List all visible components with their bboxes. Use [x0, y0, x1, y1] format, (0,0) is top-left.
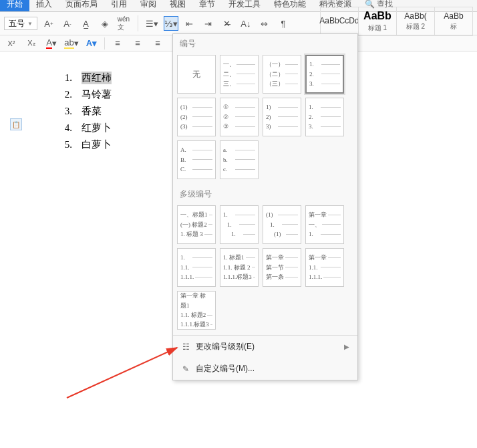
align-left-button[interactable]: ≡ [110, 36, 125, 51]
numbering-button[interactable]: ⅓▾ [164, 16, 178, 31]
style-preview: AaBbCcDd [319, 16, 359, 25]
svg-line-0 [67, 348, 177, 398]
style-heading1[interactable]: AaBb标题 1 [358, 7, 397, 36]
font-color-button[interactable]: A▾ [44, 36, 59, 51]
list-number: 3. [53, 106, 72, 117]
style-label: 标 [450, 22, 457, 31]
increase-indent-button[interactable]: ⇥ [201, 16, 216, 31]
style-label: 标题 1 [368, 23, 387, 33]
tab-insert[interactable]: 插入 [29, 0, 59, 11]
align-right-button[interactable]: ≡ [150, 36, 165, 51]
tab-dev[interactable]: 开发工具 [222, 0, 267, 11]
tab-start[interactable]: 开始 [0, 0, 29, 11]
list-text: 白萝卜 [82, 138, 112, 151]
highlight-button[interactable]: ab▾ [64, 36, 79, 51]
list-number: 5. [53, 139, 72, 150]
numbering-grid: 无一、二、三、（一）（二）（三）1.2.3.(1)(2)(3)①②③1)2)3)… [173, 52, 357, 185]
style-preview: AaBb [444, 11, 463, 21]
numbering-option[interactable]: A.B.C. [177, 140, 216, 179]
tab-layout[interactable]: 页面布局 [59, 0, 104, 11]
numbering-option[interactable]: ①②③ [220, 98, 259, 136]
superscript-button[interactable]: X² [4, 36, 19, 51]
tab-chapter[interactable]: 章节 [192, 0, 222, 11]
chevron-right-icon: ▶ [344, 343, 349, 350]
dropdown-footer: ☷ 更改编号级别(E) ▶ ✎ 自定义编号(M)... [173, 335, 357, 380]
phonetic-guide-button[interactable]: wén文 [116, 16, 131, 31]
numbering-dropdown: 编号 无一、二、三、（一）（二）（三）1.2.3.(1)(2)(3)①②③1)2… [172, 33, 358, 380]
ribbon-toolbar: 五号 ▼ A+ A- A̲ ◈ wén文 ☰▾ ⅓▾ ⇤ ⇥ ✕̶ A↓ ⇔ ¶… [0, 12, 477, 35]
custom-numbering-label: 自定义编号(M)... [196, 363, 255, 374]
numbering-option[interactable]: （一）（二）（三） [263, 55, 301, 94]
numbering-option[interactable]: 第一章1.1.1.1.1. [305, 248, 344, 287]
list-number: 2. [53, 89, 72, 100]
separator [138, 15, 138, 31]
list-number: 4. [53, 122, 72, 134]
numbering-option[interactable]: 1.1.1.1.1.1. [177, 248, 216, 287]
subscript-button[interactable]: X₂ [24, 36, 39, 51]
list-number: 1. [53, 72, 72, 84]
numbering-option[interactable]: (1)(2)(3) [177, 98, 216, 136]
numbering-option[interactable]: 1.2.3. [305, 55, 344, 94]
list-text: 香菜 [82, 105, 102, 118]
chevron-down-icon: ▼ [27, 21, 33, 27]
clear-format-button[interactable]: ◈ [98, 16, 112, 31]
font-size-select[interactable]: 五号 ▼ [4, 17, 37, 30]
change-level-label: 更改编号级别(E) [196, 341, 255, 352]
style-heading3[interactable]: AaBb标 [434, 7, 473, 36]
tab-review[interactable]: 审阅 [134, 0, 163, 11]
numbering-option[interactable]: 第一章一、1. [305, 205, 344, 244]
tab-reference[interactable]: 引用 [104, 0, 134, 11]
numbering-option[interactable]: 无 [177, 55, 216, 94]
style-preview: AaBb( [404, 11, 426, 21]
decrease-font-button[interactable]: A- [60, 16, 75, 31]
numbering-option[interactable]: 1)2)3) [263, 98, 301, 136]
list-text: 西红柿 [82, 72, 112, 84]
change-level-item[interactable]: ☷ 更改编号级别(E) ▶ [173, 336, 357, 358]
list-text: 马铃薯 [82, 88, 112, 101]
multilevel-section-title: 多级编号 [173, 185, 357, 203]
pencil-icon: ✎ [181, 364, 190, 374]
text-effects-button[interactable]: A▾ [84, 36, 99, 51]
separator [104, 37, 105, 49]
tab-view[interactable]: 视图 [163, 0, 192, 11]
style-normal[interactable]: AaBbCcDd [320, 7, 359, 36]
increase-font-button[interactable]: A+ [41, 16, 56, 31]
numbering-option[interactable]: a.b.c. [220, 140, 259, 179]
paragraph-marks-button[interactable]: ¶ [276, 16, 291, 31]
numbering-section-title: 编号 [173, 34, 357, 52]
numbering-option[interactable]: 1.2.3. [305, 98, 344, 136]
numbering-option[interactable]: 1.1.1. [220, 205, 259, 244]
numbering-option[interactable]: 一、标题1(一) 标题21. 标题 3 [177, 205, 216, 244]
compare-button[interactable]: ✕̶ [220, 16, 234, 31]
paste-options-icon[interactable]: 📋 [10, 118, 22, 130]
custom-numbering-item[interactable]: ✎ 自定义编号(M)... [173, 358, 357, 380]
numbering-option[interactable]: 1. 标题11.1. 标题 21.1.1.标题3 [220, 248, 259, 287]
style-label: 标题 2 [406, 22, 425, 31]
styles-gallery: AaBbCcDd AaBb标题 1 AaBb(标题 2 AaBb标 [321, 11, 473, 36]
change-case-button[interactable]: A̲ [79, 16, 94, 31]
style-preview: AaBb [363, 10, 391, 22]
numbering-option[interactable]: (1)1.(1) [263, 205, 301, 244]
multilevel-grid: 一、标题1(一) 标题21. 标题 31.1.1.(1)1.(1)第一章一、1.… [173, 203, 357, 335]
change-level-icon: ☷ [181, 342, 190, 352]
font-size-label: 五号 [9, 18, 25, 29]
numbering-option[interactable]: 第一章 标题11.1. 标题21.1.1.标题3 [177, 291, 216, 330]
tab-special[interactable]: 特色功能 [267, 0, 313, 11]
list-text: 红萝卜 [82, 122, 112, 134]
align-distribute-button[interactable]: ⇔ [257, 16, 272, 31]
align-center-button[interactable]: ≡ [130, 36, 145, 51]
numbering-option[interactable]: 第一章第一节第一条 [263, 248, 301, 287]
sort-button[interactable]: A↓ [238, 16, 253, 31]
style-heading2[interactable]: AaBb(标题 2 [396, 7, 435, 36]
bullet-list-button[interactable]: ☰▾ [145, 16, 160, 31]
numbering-option[interactable]: 一、二、三、 [220, 55, 259, 94]
decrease-indent-button[interactable]: ⇤ [182, 16, 197, 31]
